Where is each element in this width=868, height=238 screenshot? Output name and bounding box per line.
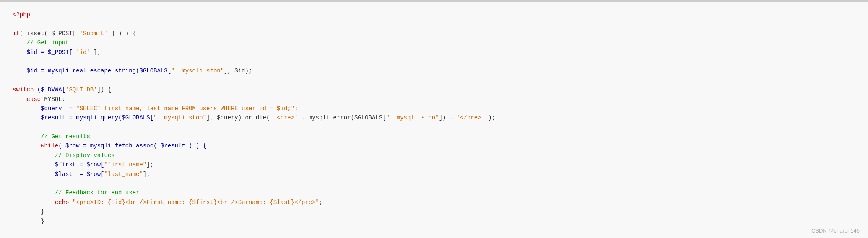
code-token: 'SQLI_DB' <box>65 86 97 93</box>
code-line: } <box>13 217 855 226</box>
code-token: "<pre>ID: {$id}<br />First name: {$first… <box>73 199 319 206</box>
code-token: "SELECT first_name, last_name FROM users… <box>76 105 294 112</box>
code-token: $first = $row[ <box>13 161 104 168</box>
code-token: '</pre>' <box>457 114 485 121</box>
code-line: // Get input <box>13 38 855 47</box>
code-container: <?php if( isset( $_POST[ 'Submit' ] ) ) … <box>0 2 868 238</box>
code-token: $query = <box>13 105 76 112</box>
code-token: switch <box>13 86 34 93</box>
code-line <box>13 76 855 85</box>
code-token <box>13 39 27 46</box>
code-token: ]) { <box>97 86 112 93</box>
code-token: 'id' <box>76 49 90 56</box>
code-line: $query = "SELECT first_name, last_name F… <box>13 104 855 113</box>
code-token: . mysqli_error($GLOBALS[ <box>298 114 386 121</box>
code-token: ; <box>294 105 298 112</box>
code-line: switch ($_DVWA['SQLI_DB']) { <box>13 85 855 94</box>
code-line: while( $row = mysqli_fetch_assoc( $resul… <box>13 141 855 150</box>
code-line <box>13 57 855 66</box>
code-line: // Display values <box>13 151 855 160</box>
code-token: case <box>27 96 41 103</box>
code-token: $id = mysqli_real_escape_string($GLOBALS… <box>13 67 171 74</box>
code-token: ); <box>485 114 495 121</box>
watermark: CSDN @charon145 <box>811 227 860 235</box>
code-line: // Feedback for end user <box>13 188 855 197</box>
code-line: $id = mysqli_real_escape_string($GLOBALS… <box>13 66 855 75</box>
code-token: // Display values <box>55 152 115 159</box>
code-token: ]; <box>143 171 150 178</box>
code-block: <?php if( isset( $_POST[ 'Submit' ] ) ) … <box>13 10 855 226</box>
code-line: $last = $row["last_name"]; <box>13 170 855 179</box>
code-token: "__mysqli_ston" <box>171 67 224 74</box>
code-token: ] ) ) { <box>108 30 136 37</box>
code-token <box>13 189 55 196</box>
code-token: echo <box>55 199 69 206</box>
code-token <box>13 152 55 159</box>
code-token <box>13 218 41 225</box>
code-token: ], $id); <box>224 67 252 74</box>
code-token: <?php <box>13 11 30 18</box>
code-token <box>13 199 55 206</box>
code-line: echo "<pre>ID: {$id}<br />First name: {$… <box>13 198 855 207</box>
code-token <box>13 96 27 103</box>
code-token: "last_name" <box>104 171 143 178</box>
code-token: ( isset( $_POST[ <box>20 30 80 37</box>
code-token: ]) . <box>439 114 457 121</box>
code-token: ]; <box>90 49 101 56</box>
code-token: "__mysqli_ston" <box>153 114 206 121</box>
code-token: ( $row = mysqli_fetch_assoc( $result ) )… <box>58 142 206 149</box>
code-line: case MYSQL: <box>13 95 855 104</box>
code-token: MYSQL: <box>41 96 65 103</box>
code-token: ], $query) or die( <box>206 114 273 121</box>
code-line: // Get results <box>13 132 855 141</box>
code-token <box>69 199 72 206</box>
code-token: if <box>13 30 20 37</box>
code-token: "__mysqli_ston" <box>386 114 439 121</box>
code-line: $result = mysqli_query($GLOBALS["__mysql… <box>13 113 855 122</box>
code-token: 'Submit' <box>80 30 108 37</box>
code-token: $result = mysqli_query($GLOBALS[ <box>13 114 153 121</box>
code-token: "first_name" <box>104 161 146 168</box>
code-token: // Get results <box>41 133 90 140</box>
code-token: } <box>13 208 44 215</box>
code-token: // Get input <box>27 39 69 46</box>
code-token: $last = $row[ <box>13 171 104 178</box>
code-line <box>13 179 855 188</box>
code-token: while <box>41 142 58 149</box>
code-line: <?php <box>13 10 855 19</box>
code-token: ]; <box>146 161 153 168</box>
code-line: if( isset( $_POST[ 'Submit' ] ) ) { <box>13 29 855 38</box>
code-line <box>13 19 855 28</box>
code-token <box>13 133 41 140</box>
code-line <box>13 123 855 132</box>
code-token <box>13 142 41 149</box>
code-line: $first = $row["first_name"]; <box>13 160 855 169</box>
code-token: ; <box>319 199 322 206</box>
code-line: $id = $_POST[ 'id' ]; <box>13 48 855 57</box>
code-token: $id = $_POST[ <box>13 49 76 56</box>
code-token: } <box>41 218 44 225</box>
code-token: // Feedback for end user <box>55 189 140 196</box>
code-token: ($_DVWA[ <box>34 86 65 93</box>
code-token: '<pre>' <box>273 114 298 121</box>
code-line: } <box>13 207 855 216</box>
